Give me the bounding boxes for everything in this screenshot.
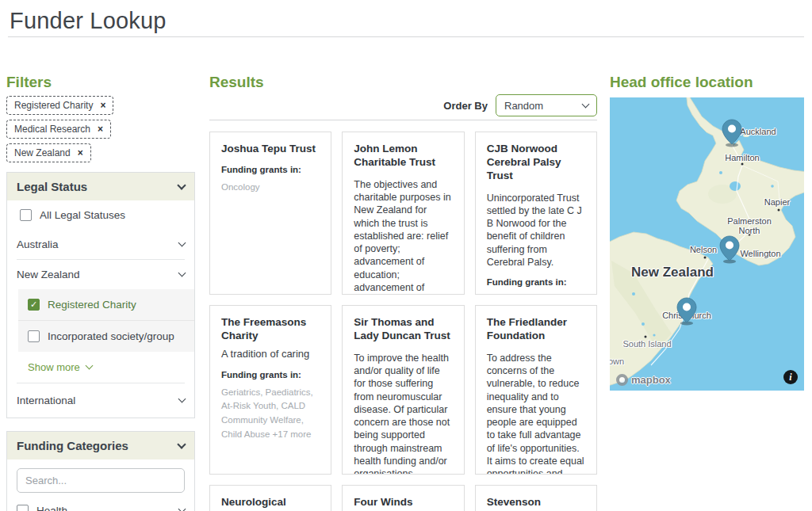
new-zealand-label: New Zealand	[631, 265, 714, 280]
nelson-label: Nelson	[690, 245, 717, 254]
wellington-label: Wellington	[740, 249, 780, 258]
grants-categories: Adult Disability - Physical (Other), Chi…	[487, 293, 585, 295]
palmerston-north-label: Palmerston North	[724, 216, 775, 235]
funding-categories-panel: Funding Categories Health	[6, 431, 195, 511]
order-by-select[interactable]: Random	[496, 94, 597, 116]
south-island-label: South Island	[622, 339, 671, 349]
results-section: Results Order By Random Joshua Tepu Trus…	[209, 74, 597, 511]
grants-label: Funding grants in:	[487, 277, 585, 287]
show-more-link[interactable]: Show more	[7, 352, 194, 383]
map-pin-christchurch[interactable]	[676, 297, 697, 326]
filter-tag-label: Registered Charity	[14, 100, 93, 111]
grants-label: Funding grants in:	[221, 370, 320, 379]
close-icon[interactable]: ×	[98, 124, 103, 135]
filter-tag-new-zealand[interactable]: New Zealand ×	[6, 143, 91, 162]
title-divider	[8, 36, 804, 37]
grants-label: Funding grants in:	[221, 165, 320, 174]
info-icon: i	[789, 372, 791, 383]
map-canvas[interactable]: Auckland Hamilton Napier Palmerston Nort…	[610, 97, 804, 391]
funder-card[interactable]: Joshua Tepu Trust Funding grants in: Onc…	[209, 132, 331, 295]
hamilton-label: Hamilton	[725, 153, 759, 162]
funder-name: John Lemon Charitable Trust	[354, 143, 452, 170]
option-registered-charity[interactable]: ✓ Registered Charity	[18, 289, 194, 320]
funding-categories-body: Health ✓ Medical Research (entire catego…	[7, 460, 194, 511]
funder-description: Unincorporated Trust settled by the late…	[487, 192, 585, 269]
napier-dot	[778, 209, 780, 212]
order-by-value: Random	[504, 100, 543, 112]
funder-card[interactable]: Neurological Foundation	[209, 485, 331, 511]
grants-categories: Oncology	[221, 181, 320, 195]
chevron-down-icon	[178, 395, 186, 403]
registered-charity-checkbox[interactable]: ✓	[28, 299, 40, 311]
funder-card[interactable]: Sir Thomas and Lady Duncan Trust To impr…	[342, 305, 464, 475]
option-incorporated-society[interactable]: Incorporated society/group	[18, 321, 194, 352]
funder-card[interactable]: Four Winds Foundation	[342, 485, 464, 511]
mapbox-icon	[616, 374, 628, 386]
funder-description: The objectives and charitable purposes i…	[354, 178, 452, 295]
legal-status-group-australia[interactable]: Australia	[7, 230, 194, 259]
order-by-label: Order By	[443, 100, 488, 112]
results-grid: Joshua Tepu Trust Funding grants in: Onc…	[209, 132, 597, 511]
close-icon[interactable]: ×	[100, 100, 105, 111]
funder-name: The Friedlander Foundation	[487, 316, 585, 343]
funder-card[interactable]: CJB Norwood Cerebral Palsy Trust Unincor…	[475, 132, 597, 295]
head-office-section: Head office location	[610, 74, 804, 391]
nelson-dot	[704, 257, 707, 259]
funder-card[interactable]: John Lemon Charitable Trust The objectiv…	[342, 132, 464, 295]
map-pin-wellington[interactable]	[719, 235, 740, 264]
funder-card[interactable]: The Friedlander Foundation To address th…	[475, 305, 597, 475]
page-title: Funder Lookup	[10, 8, 167, 34]
legal-status-body: All Legal Statuses Australia New Zealand	[7, 200, 194, 418]
results-divider	[209, 120, 597, 120]
funder-lookup-page: Funder Lookup Filters Registered Charity…	[0, 0, 812, 511]
napier-label: Napier	[764, 197, 790, 207]
all-legal-statuses-option[interactable]: All Legal Statuses	[7, 200, 194, 230]
new-zealand-options: ✓ Registered Charity Incorporated societ…	[18, 289, 194, 352]
legal-status-title: Legal Status	[17, 180, 87, 193]
funder-card[interactable]: The Freemasons Charity A tradition of ca…	[209, 305, 331, 475]
check-icon: ✓	[30, 299, 37, 310]
auckland-label: Auckland	[740, 127, 776, 136]
filters-sidebar: Filters Registered Charity × Medical Res…	[6, 74, 195, 511]
funder-name: Joshua Tepu Trust	[221, 143, 320, 156]
mapbox-wordmark: mapbox	[631, 374, 671, 386]
category-health[interactable]: Health	[7, 496, 194, 511]
category-search-input[interactable]	[17, 468, 185, 493]
map-pin-auckland[interactable]	[722, 119, 742, 147]
active-filter-tags: Registered Charity × Medical Research × …	[6, 96, 195, 162]
funder-name: Stevenson Foundation	[487, 496, 585, 511]
grants-categories: Geriatrics, Paediatrics, At-Risk Youth, …	[221, 386, 320, 442]
health-checkbox[interactable]	[17, 505, 29, 511]
map-heading: Head office location	[610, 74, 804, 91]
incorporated-society-checkbox[interactable]	[28, 330, 40, 342]
filter-tag-label: New Zealand	[14, 147, 71, 158]
map-info-button[interactable]: i	[783, 370, 798, 384]
chevron-down-icon	[85, 362, 93, 370]
funder-description: To improve the health and/or quality of …	[354, 352, 452, 475]
legal-status-panel: Legal Status All Legal Statuses Australi…	[6, 172, 195, 418]
funder-name: CJB Norwood Cerebral Palsy Trust	[487, 143, 585, 183]
filter-tag-label: Medical Research	[14, 124, 90, 135]
hamilton-dot	[741, 163, 744, 166]
funder-name: Sir Thomas and Lady Duncan Trust	[354, 316, 452, 343]
funding-categories-header[interactable]: Funding Categories	[7, 432, 194, 460]
chevron-down-icon	[178, 269, 186, 277]
all-legal-statuses-checkbox[interactable]	[20, 209, 32, 221]
chevron-down-icon	[177, 440, 186, 448]
filters-heading: Filters	[6, 74, 195, 91]
queenstown-partial-label: own	[610, 357, 624, 366]
filter-tag-registered-charity[interactable]: Registered Charity ×	[6, 96, 113, 115]
legal-status-header[interactable]: Legal Status	[7, 173, 194, 200]
funder-card[interactable]: Stevenson Foundation	[475, 485, 597, 511]
filter-tag-medical-research[interactable]: Medical Research ×	[6, 120, 111, 139]
results-heading: Results	[209, 74, 597, 91]
mapbox-logo[interactable]: mapbox	[616, 374, 671, 386]
legal-status-group-international[interactable]: International	[7, 383, 194, 418]
chevron-down-icon	[177, 181, 186, 189]
funder-name: Four Winds Foundation	[354, 496, 452, 511]
funder-name: The Freemasons Charity	[221, 316, 320, 343]
close-icon[interactable]: ×	[78, 147, 83, 158]
funding-categories-title: Funding Categories	[17, 439, 128, 452]
chevron-down-icon	[582, 100, 590, 108]
legal-status-group-new-zealand[interactable]: New Zealand	[7, 260, 194, 289]
